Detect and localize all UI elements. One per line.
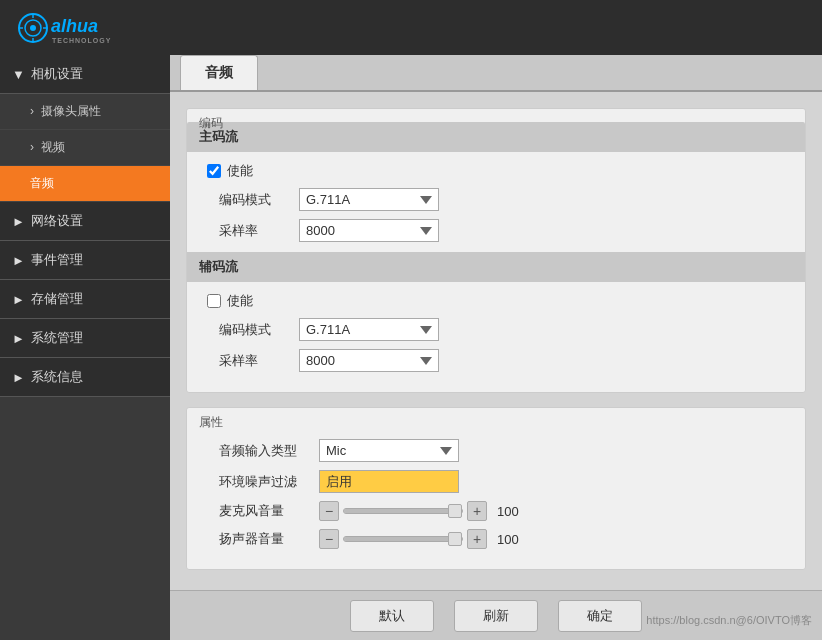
sidebar-item-video[interactable]: › 视频	[0, 130, 170, 166]
sub-sample-row: 采样率 8000 16000 32000 48000	[203, 349, 789, 372]
speaker-volume-thumb[interactable]	[448, 532, 462, 546]
sub-codec-row: 编码模式 G.711A G.711U G.726 AAC	[203, 318, 789, 341]
speaker-volume-increase-button[interactable]: +	[467, 529, 487, 549]
tab-audio[interactable]: 音频	[180, 55, 258, 90]
properties-section: 属性 音频输入类型 Mic Line In 环境噪声过滤	[186, 407, 806, 570]
arrow-right-icon-4: ►	[12, 331, 25, 346]
sub-codec-control: G.711A G.711U G.726 AAC	[299, 318, 439, 341]
sidebar-section-network-label: 网络设置	[31, 212, 83, 230]
mic-volume-fill	[344, 509, 462, 513]
mic-volume-label: 麦克风音量	[219, 502, 319, 520]
main-stream-enable-label[interactable]: 使能	[227, 162, 253, 180]
sidebar-section-events[interactable]: ► 事件管理	[0, 241, 170, 280]
mic-volume-control: − + 100	[319, 501, 525, 521]
main-stream-enable-checkbox[interactable]	[207, 164, 221, 178]
sub-stream-header: 辅码流	[187, 252, 805, 282]
tab-bar: 音频	[170, 55, 822, 92]
sidebar-section-network[interactable]: ► 网络设置	[0, 202, 170, 241]
sub-stream-enable-label[interactable]: 使能	[227, 292, 253, 310]
sidebar-item-video-label: 视频	[41, 140, 65, 154]
sub-stream-enable-checkbox[interactable]	[207, 294, 221, 308]
sidebar-section-events-label: 事件管理	[31, 251, 83, 269]
arrow-right-icon-2: ►	[12, 253, 25, 268]
sidebar-section-sysinfo[interactable]: ► 系统信息	[0, 358, 170, 397]
speaker-volume-label: 扬声器音量	[219, 530, 319, 548]
input-type-row: 音频输入类型 Mic Line In	[203, 439, 789, 462]
speaker-volume-track[interactable]	[343, 536, 463, 542]
mic-volume-increase-button[interactable]: +	[467, 501, 487, 521]
arrow-right-icon: ►	[12, 214, 25, 229]
default-button[interactable]: 默认	[350, 600, 434, 632]
properties-inner: 音频输入类型 Mic Line In 环境噪声过滤 启用	[187, 439, 805, 569]
watermark: https://blog.csdn.n@6/OIVTO博客	[646, 613, 812, 628]
sub-sample-select[interactable]: 8000 16000 32000 48000	[299, 349, 439, 372]
noise-filter-select[interactable]: 启用 禁用	[319, 470, 459, 493]
noise-filter-row: 环境噪声过滤 启用 禁用	[203, 470, 789, 493]
sidebar-section-camera[interactable]: ▼ 相机设置	[0, 55, 170, 94]
speaker-volume-row: 扬声器音量 − + 100	[203, 529, 789, 549]
svg-point-2	[30, 25, 36, 31]
main-sample-select[interactable]: 8000 16000 32000 48000	[299, 219, 439, 242]
main-stream-enable-row: 使能	[203, 162, 789, 180]
arrow-down-icon: ▼	[12, 67, 25, 82]
sidebar-section-storage[interactable]: ► 存储管理	[0, 280, 170, 319]
main-sample-control: 8000 16000 32000 48000	[299, 219, 439, 242]
speaker-volume-value: 100	[497, 532, 525, 547]
sub-stream-enable-row: 使能	[203, 292, 789, 310]
sidebar: ▼ 相机设置 › 摄像头属性 › 视频 音频 ► 网络设置 ► 事件管理 ► 存…	[0, 55, 170, 640]
arrow-right-icon-5: ►	[12, 370, 25, 385]
sidebar-section-storage-label: 存储管理	[31, 290, 83, 308]
header: alhua TECHNOLOGY	[0, 0, 822, 55]
arrow-right-icon-3: ►	[12, 292, 25, 307]
input-type-control: Mic Line In	[319, 439, 459, 462]
sub-codec-select[interactable]: G.711A G.711U G.726 AAC	[299, 318, 439, 341]
sidebar-section-camera-label: 相机设置	[31, 65, 83, 83]
sidebar-section-system[interactable]: ► 系统管理	[0, 319, 170, 358]
main-sample-label: 采样率	[219, 222, 299, 240]
speaker-volume-decrease-button[interactable]: −	[319, 529, 339, 549]
main-content: 音频 编码 主码流 使能 编码模式	[170, 55, 822, 640]
svg-text:alhua: alhua	[51, 16, 98, 36]
main-codec-control: G.711A G.711U G.726 AAC	[299, 188, 439, 211]
tab-audio-label: 音频	[205, 64, 233, 80]
chevron-right-icon-2: ›	[30, 140, 34, 154]
input-type-select[interactable]: Mic Line In	[319, 439, 459, 462]
sub-sample-control: 8000 16000 32000 48000	[299, 349, 439, 372]
encoding-inner: 主码流 使能 编码模式 G.711A G.711U G.726 AAC	[187, 122, 805, 392]
sidebar-item-audio[interactable]: 音频	[0, 166, 170, 202]
main-codec-row: 编码模式 G.711A G.711U G.726 AAC	[203, 188, 789, 211]
mic-volume-value: 100	[497, 504, 525, 519]
sidebar-section-system-label: 系统管理	[31, 329, 83, 347]
main-stream-header: 主码流	[187, 122, 805, 152]
logo-svg: alhua TECHNOLOGY	[15, 8, 135, 48]
speaker-volume-control: − + 100	[319, 529, 525, 549]
content-area: 编码 主码流 使能 编码模式 G.711A G.711U	[170, 92, 822, 600]
main-codec-select[interactable]: G.711A G.711U G.726 AAC	[299, 188, 439, 211]
speaker-volume-fill	[344, 537, 462, 541]
input-type-label: 音频输入类型	[219, 442, 319, 460]
chevron-right-icon: ›	[30, 104, 34, 118]
encoding-section: 编码 主码流 使能 编码模式 G.711A G.711U	[186, 108, 806, 393]
sidebar-item-camera-lens-label: 摄像头属性	[41, 104, 101, 118]
sub-sample-label: 采样率	[219, 352, 299, 370]
mic-volume-thumb[interactable]	[448, 504, 462, 518]
main-codec-label: 编码模式	[219, 191, 299, 209]
sidebar-item-camera-lens[interactable]: › 摄像头属性	[0, 94, 170, 130]
svg-text:TECHNOLOGY: TECHNOLOGY	[52, 37, 111, 44]
confirm-button[interactable]: 确定	[558, 600, 642, 632]
mic-volume-decrease-button[interactable]: −	[319, 501, 339, 521]
sidebar-section-sysinfo-label: 系统信息	[31, 368, 83, 386]
main-sample-row: 采样率 8000 16000 32000 48000	[203, 219, 789, 242]
refresh-button[interactable]: 刷新	[454, 600, 538, 632]
mic-volume-track[interactable]	[343, 508, 463, 514]
noise-filter-control: 启用 禁用	[319, 470, 459, 493]
sub-codec-label: 编码模式	[219, 321, 299, 339]
noise-filter-label: 环境噪声过滤	[219, 473, 319, 491]
properties-section-label: 属性	[187, 408, 805, 439]
logo: alhua TECHNOLOGY	[15, 8, 135, 48]
sidebar-item-audio-label: 音频	[30, 176, 54, 190]
mic-volume-row: 麦克风音量 − + 100	[203, 501, 789, 521]
